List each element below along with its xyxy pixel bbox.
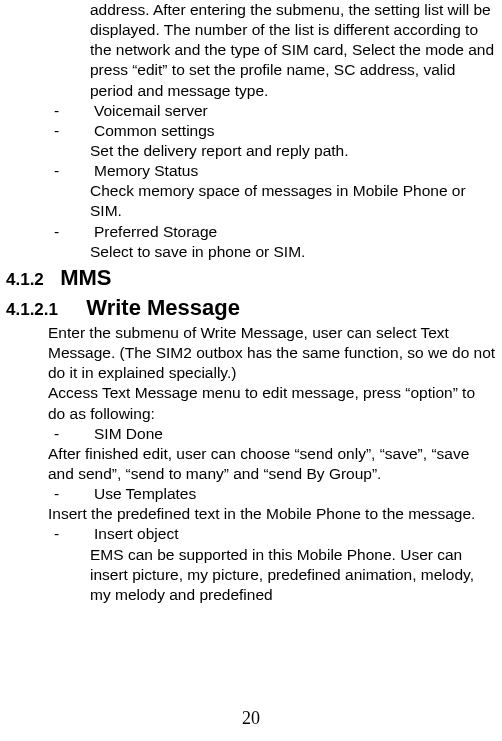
bullet-dash: - — [6, 101, 58, 121]
list-item: - SIM Done — [6, 424, 496, 444]
list-item-desc: Set the delivery report and reply path. — [6, 141, 496, 161]
heading-title: Write Message — [62, 294, 240, 323]
list-item-label: Common settings — [58, 121, 215, 141]
heading-title: MMS — [48, 264, 111, 293]
list-item-desc: Select to save in phone or SIM. — [6, 242, 496, 262]
bullet-dash: - — [6, 222, 58, 242]
list-item: - Preferred Storage — [6, 222, 496, 242]
list-item-label: SIM Done — [58, 424, 163, 444]
bullet-dash: - — [6, 424, 58, 444]
heading-number: 4.1.2 — [6, 269, 44, 291]
heading-number: 4.1.2.1 — [6, 299, 58, 321]
list-item-label: Use Templates — [58, 484, 196, 504]
content-area: address. After entering the submenu, the… — [0, 0, 502, 605]
heading-write-message: 4.1.2.1 Write Message — [6, 294, 496, 323]
list-item-label: Voicemail server — [58, 101, 208, 121]
list-item-desc: Insert the predefined text in the Mobile… — [6, 504, 496, 524]
list-item: - Insert object — [6, 524, 496, 544]
paragraph-continuation: address. After entering the submenu, the… — [6, 0, 496, 101]
list-item-desc: EMS can be supported in this Mobile Phon… — [6, 545, 496, 605]
list-item-label: Preferred Storage — [58, 222, 217, 242]
page: address. After entering the submenu, the… — [0, 0, 502, 741]
list-item: - Memory Status — [6, 161, 496, 181]
list-item-label: Insert object — [58, 524, 178, 544]
list-item-desc: After finished edit, user can choose “se… — [6, 444, 496, 484]
page-number: 20 — [0, 708, 502, 729]
heading-mms: 4.1.2 MMS — [6, 264, 496, 293]
bullet-dash: - — [6, 484, 58, 504]
list-item: - Common settings — [6, 121, 496, 141]
list-item: - Use Templates — [6, 484, 496, 504]
paragraph: Enter the submenu of Write Message, user… — [6, 323, 496, 383]
paragraph: Access Text Message menu to edit message… — [6, 383, 496, 423]
bullet-dash: - — [6, 524, 58, 544]
bullet-dash: - — [6, 121, 58, 141]
bullet-dash: - — [6, 161, 58, 181]
list-item-label: Memory Status — [58, 161, 198, 181]
list-item-desc: Check memory space of messages in Mobile… — [6, 181, 496, 221]
list-item: - Voicemail server — [6, 101, 496, 121]
